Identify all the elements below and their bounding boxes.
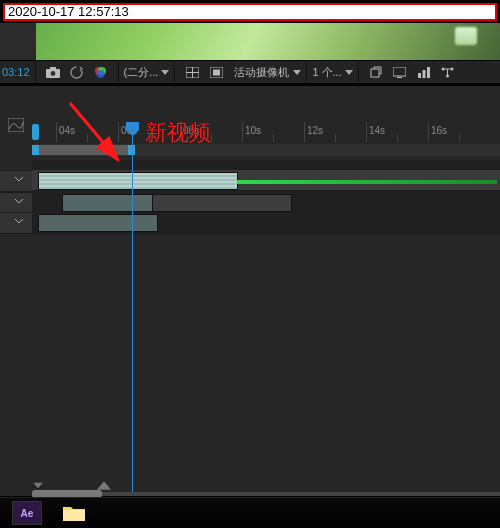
mask-toggle[interactable] [208, 64, 224, 80]
views-dropdown[interactable]: 1 个... [312, 65, 352, 80]
ruler-tick-label: 14s [369, 125, 385, 136]
zoom-in-icon[interactable] [97, 481, 111, 489]
track-header-1[interactable] [0, 170, 32, 192]
svg-rect-14 [418, 73, 421, 78]
clip-video-3[interactable] [152, 194, 292, 212]
clip-video-4[interactable] [38, 214, 158, 232]
svg-point-5 [97, 70, 105, 78]
ruler-tick [304, 122, 305, 142]
svg-rect-1 [50, 67, 56, 70]
chart-icon[interactable] [416, 64, 432, 80]
refresh-icon[interactable] [69, 64, 85, 80]
track-header-3[interactable] [0, 212, 32, 234]
graph-editor-icon[interactable] [8, 118, 24, 134]
svg-rect-15 [422, 70, 425, 78]
ruler-start-cap[interactable] [32, 124, 39, 140]
svg-rect-11 [371, 69, 379, 77]
windows-taskbar: Ae [0, 497, 500, 528]
svg-rect-12 [393, 67, 406, 76]
track-header-2[interactable] [0, 192, 32, 214]
preview-toolbar: 03:12 (二分... 活动摄像机 1 个... [0, 60, 500, 84]
svg-point-2 [50, 71, 55, 76]
work-area-start-handle[interactable] [32, 145, 39, 155]
resolution-dropdown[interactable]: (二分... [124, 65, 170, 80]
svg-rect-22 [63, 510, 85, 521]
tracks-area[interactable] [32, 160, 500, 490]
svg-line-21 [70, 103, 118, 160]
share-icon[interactable] [368, 64, 384, 80]
snapshot-button[interactable] [45, 64, 61, 80]
ruler-tick [56, 122, 57, 142]
camera-dropdown[interactable]: 活动摄像机 [234, 65, 301, 80]
timestamp-text: 2020-10-17 12:57:13 [8, 4, 129, 19]
annotation-label: 新视频 [145, 118, 211, 148]
taskbar-app-explorer[interactable] [60, 502, 88, 524]
ruler-tick-label: 10s [245, 125, 261, 136]
channel-icon[interactable] [93, 64, 109, 80]
timestamp-overlay: 2020-10-17 12:57:13 [3, 3, 497, 21]
ruler-tick [242, 122, 243, 142]
ruler-tick [366, 122, 367, 142]
monitor-icon[interactable] [392, 64, 408, 80]
preview-viewport[interactable] [0, 23, 500, 60]
svg-rect-10 [213, 69, 220, 75]
svg-rect-16 [427, 67, 430, 78]
preview-timecode[interactable]: 03:12 [2, 66, 30, 78]
flow-icon[interactable] [440, 64, 456, 80]
zoom-scrollbar[interactable] [32, 492, 500, 496]
annotation-arrow [60, 98, 140, 178]
ruler-tick [428, 122, 429, 142]
grid-toggle[interactable] [184, 64, 200, 80]
timeline-left-gutter [0, 86, 32, 496]
ruler-tick-label: 12s [307, 125, 323, 136]
ruler-tick-label: 16s [431, 125, 447, 136]
zoom-out-icon[interactable] [33, 482, 43, 488]
taskbar-app-ae[interactable]: Ae [12, 501, 42, 525]
